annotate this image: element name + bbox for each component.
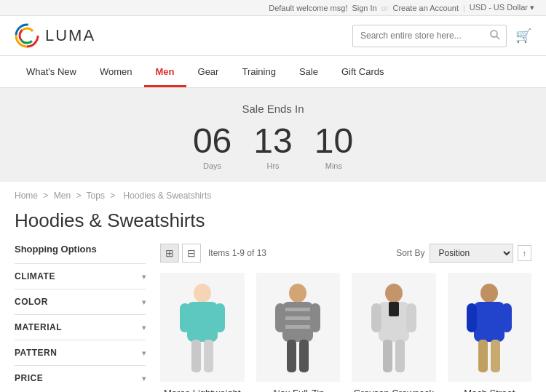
product-image bbox=[448, 273, 532, 382]
top-bar: Default welcome msg! Sign In or Create a… bbox=[0, 0, 546, 16]
svg-rect-27 bbox=[406, 303, 416, 332]
svg-point-8 bbox=[194, 284, 211, 303]
sort-direction-button[interactable]: ↑ bbox=[518, 245, 532, 261]
filter-header-material[interactable]: MATERIAL ▾ bbox=[15, 322, 146, 332]
countdown: 06 Days 13 Hrs 10 Mins bbox=[0, 124, 546, 170]
filter-header-price[interactable]: PRICE ▾ bbox=[15, 373, 146, 383]
product-name: Grayson Crewneck Sweatshirt bbox=[352, 388, 436, 392]
banner-title: Sale Ends In bbox=[0, 103, 546, 115]
svg-point-6 bbox=[491, 31, 497, 37]
svg-line-7 bbox=[496, 36, 499, 39]
product-name: Marco Lightweight Active Hoodie bbox=[160, 388, 245, 392]
nav-item-gift-cards[interactable]: Gift Cards bbox=[330, 56, 396, 87]
breadcrumb-men[interactable]: Men bbox=[54, 191, 71, 201]
product-card: Marco Lightweight Active Hoodie $74.00 X… bbox=[160, 273, 245, 392]
sidebar-title: Shopping Options bbox=[15, 244, 146, 255]
breadcrumb-tops[interactable]: Tops bbox=[87, 191, 105, 201]
items-count: Items 1-9 of 13 bbox=[208, 248, 266, 258]
create-account-link[interactable]: Create an Account bbox=[392, 4, 459, 12]
filter-group-climate: CLIMATE ▾ bbox=[15, 263, 146, 289]
svg-rect-35 bbox=[491, 340, 500, 372]
product-image bbox=[352, 273, 436, 382]
sign-in-link[interactable]: Sign In bbox=[352, 4, 376, 12]
svg-rect-17 bbox=[285, 316, 311, 320]
header-right: 🛒 bbox=[352, 25, 531, 47]
svg-point-23 bbox=[385, 284, 403, 303]
svg-rect-9 bbox=[187, 302, 218, 342]
svg-rect-32 bbox=[467, 303, 477, 332]
breadcrumb-current: Hoodies & Sweatshirts bbox=[124, 191, 212, 201]
breadcrumb-home[interactable]: Home bbox=[15, 191, 38, 201]
svg-rect-34 bbox=[478, 340, 488, 372]
filter-arrow-color: ▾ bbox=[142, 298, 146, 306]
product-image bbox=[160, 273, 245, 382]
product-card: Ajax Full-Zip Sweatshirt $69.00 XSSMLXL bbox=[256, 273, 341, 392]
breadcrumb: Home > Men > Tops > Hoodies & Sweatshirt… bbox=[0, 182, 546, 205]
breadcrumb-sep2: > bbox=[76, 191, 81, 201]
nav-item-gear[interactable]: Gear bbox=[186, 56, 231, 87]
currency-separator: | bbox=[463, 4, 465, 12]
filter-header-color[interactable]: COLOR ▾ bbox=[15, 297, 146, 307]
cart-icon[interactable]: 🛒 bbox=[515, 28, 531, 44]
sort-by-label: Sort By bbox=[396, 248, 424, 258]
svg-rect-12 bbox=[191, 340, 201, 372]
nav-item-training[interactable]: Training bbox=[230, 56, 287, 87]
filter-arrow-price: ▾ bbox=[142, 375, 146, 383]
filter-group-pattern: PATTERN ▾ bbox=[15, 340, 146, 365]
products-row: Marco Lightweight Active Hoodie $74.00 X… bbox=[160, 273, 531, 392]
main-content: Shopping Options CLIMATE ▾ COLOR ▾ MATER… bbox=[0, 244, 546, 392]
countdown-mins: 10 Mins bbox=[314, 124, 353, 170]
nav-item-women[interactable]: Women bbox=[88, 56, 144, 87]
product-name: Ajax Full-Zip Sweatshirt bbox=[256, 388, 341, 392]
countdown-mins-label: Mins bbox=[314, 161, 353, 170]
countdown-days: 06 Days bbox=[193, 124, 232, 170]
logo-text: LUMA bbox=[45, 26, 95, 45]
sort-area: Sort By Position Product Name Price ↑ bbox=[396, 244, 531, 263]
logo[interactable]: LUMA bbox=[15, 23, 95, 48]
main-nav: What's NewWomenMenGearTrainingSaleGift C… bbox=[0, 56, 546, 88]
welcome-msg: Default welcome msg! bbox=[269, 4, 347, 12]
svg-rect-28 bbox=[383, 340, 392, 372]
sort-select[interactable]: Position Product Name Price bbox=[430, 244, 513, 263]
svg-rect-22 bbox=[299, 340, 309, 372]
breadcrumb-sep1: > bbox=[43, 191, 48, 201]
product-grid-area: ⊞ ⊟ Items 1-9 of 13 Sort By Position Pro… bbox=[160, 244, 531, 392]
currency-selector[interactable]: USD - US Dollar ▾ bbox=[470, 3, 534, 12]
header: LUMA 🛒 bbox=[0, 16, 546, 56]
nav-item-sale[interactable]: Sale bbox=[288, 56, 330, 87]
countdown-hrs-label: Hrs bbox=[253, 161, 292, 170]
grid-view-button[interactable]: ⊞ bbox=[160, 244, 179, 263]
nav-item-men[interactable]: Men bbox=[144, 56, 186, 87]
search-icon bbox=[490, 30, 500, 40]
countdown-days-label: Days bbox=[193, 161, 232, 170]
list-view-button[interactable]: ⊟ bbox=[182, 244, 201, 263]
svg-point-14 bbox=[289, 284, 306, 303]
or-separator: or bbox=[381, 4, 389, 12]
svg-rect-13 bbox=[204, 340, 213, 372]
sidebar: Shopping Options CLIMATE ▾ COLOR ▾ MATER… bbox=[15, 244, 146, 392]
filter-arrow-pattern: ▾ bbox=[142, 349, 146, 357]
grid-toolbar: ⊞ ⊟ Items 1-9 of 13 Sort By Position Pro… bbox=[160, 244, 531, 263]
product-name: Mach Street Sweatshirt bbox=[448, 388, 532, 392]
filter-header-climate[interactable]: CLIMATE ▾ bbox=[15, 271, 146, 281]
filter-group-color: COLOR ▾ bbox=[15, 289, 146, 314]
svg-rect-26 bbox=[371, 303, 381, 332]
search-input[interactable] bbox=[353, 26, 484, 45]
nav-item-what's-new[interactable]: What's New bbox=[15, 56, 88, 87]
grid-view-buttons: ⊞ ⊟ bbox=[160, 244, 201, 263]
product-card: Mach Street Sweatshirt $62.00 XSSMLXL bbox=[448, 273, 532, 392]
product-image bbox=[256, 273, 341, 382]
search-button[interactable] bbox=[484, 25, 506, 47]
svg-rect-10 bbox=[180, 303, 190, 332]
filter-group-price: PRICE ▾ bbox=[15, 365, 146, 391]
svg-point-30 bbox=[480, 284, 498, 303]
countdown-hrs-number: 13 bbox=[253, 124, 292, 159]
filter-arrow-material: ▾ bbox=[142, 324, 146, 332]
countdown-days-number: 06 bbox=[193, 124, 232, 159]
svg-rect-25 bbox=[389, 302, 399, 316]
filter-group-material: MATERIAL ▾ bbox=[15, 314, 146, 340]
svg-rect-18 bbox=[285, 325, 311, 329]
svg-rect-31 bbox=[474, 302, 505, 342]
filter-header-pattern[interactable]: PATTERN ▾ bbox=[15, 348, 146, 358]
toolbar-left: ⊞ ⊟ Items 1-9 of 13 bbox=[160, 244, 266, 263]
